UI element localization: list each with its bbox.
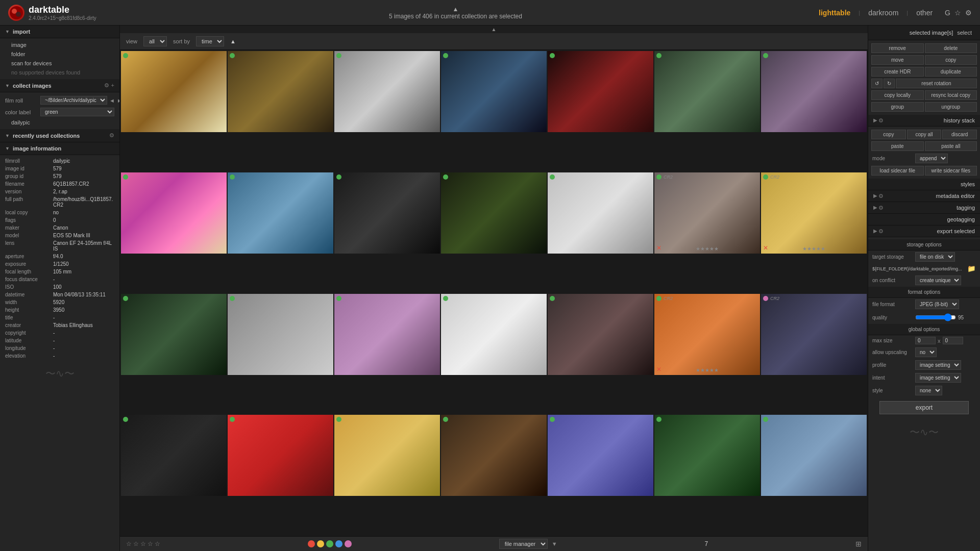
star-icon[interactable]: ☆ [954, 9, 961, 17]
ungroup-button[interactable]: ungroup [925, 102, 977, 112]
thumbnail-18[interactable] [441, 294, 547, 375]
recently-settings-icon[interactable]: ⚙ [109, 132, 114, 139]
view-select[interactable]: all [143, 36, 167, 46]
copy-button[interactable]: copy [925, 55, 977, 65]
style-select[interactable]: none [915, 386, 942, 395]
write-sidecar-button[interactable]: write sidecar files [925, 166, 977, 176]
intent-select[interactable]: image settings [915, 373, 961, 383]
star-4[interactable]: ☆ [148, 540, 153, 547]
folder-button[interactable]: 📁 [967, 265, 976, 272]
history-section-header[interactable]: ▶ ⚙ history stack [868, 115, 980, 127]
tagging-section-header[interactable]: ▶ ⚙ tagging [868, 202, 980, 214]
thumbnail-7[interactable] [761, 51, 867, 132]
metadata-section-header[interactable]: ▶ ⚙ metadata editor [868, 190, 980, 202]
thumbnail-16[interactable] [228, 294, 333, 375]
tagging-settings-icon[interactable]: ⚙ [878, 205, 884, 211]
thumbnail-17[interactable] [334, 294, 440, 375]
export-section-header[interactable]: ▶ ⚙ export selected [868, 226, 980, 237]
thumbnail-6[interactable] [654, 51, 760, 132]
settings-icon[interactable]: ⚙ [965, 9, 972, 17]
star-2[interactable]: ☆ [133, 540, 139, 547]
thumbnail-21[interactable]: CR2 [761, 294, 867, 375]
view-mode-select[interactable]: file manager [499, 539, 548, 549]
move-button[interactable]: move [871, 55, 924, 65]
thumbnail-25[interactable] [441, 415, 547, 496]
tab-lighttable[interactable]: lighttable [815, 7, 854, 19]
thumbnail-14[interactable]: CR2✕★★★★★ [761, 172, 867, 254]
thumbnail-13[interactable]: CR2✕★★★★★ [654, 172, 760, 254]
allow-upscaling-select[interactable]: no [915, 347, 937, 357]
collect-section-header[interactable]: ▼ collect images ⚙ + [0, 79, 119, 92]
duplicate-button[interactable]: duplicate [925, 67, 977, 77]
history-discard-button[interactable]: discard [942, 130, 977, 139]
resync-local-copy-button[interactable]: resync local copy [925, 90, 977, 100]
thumbnail-19[interactable] [548, 294, 653, 375]
quality-slider[interactable] [915, 312, 956, 322]
sort-select[interactable]: time [196, 36, 224, 46]
thumbnail-11[interactable] [441, 172, 547, 254]
thumbnail-9[interactable] [228, 172, 333, 254]
on-conflict-select[interactable]: create unique filename [915, 276, 961, 285]
film-roll-select[interactable]: ~/Bilder/Archiv/dailypic [40, 96, 107, 105]
thumbnail-26[interactable] [548, 415, 653, 496]
rotate-cw-button[interactable]: ↻ [884, 79, 895, 88]
view-mode-expand[interactable]: ▼ [552, 541, 557, 547]
sort-direction[interactable]: ▲ [230, 38, 236, 44]
reset-rotation-button[interactable]: reset rotation [896, 79, 977, 88]
storage-options-header[interactable]: storage options [868, 239, 980, 251]
thumbnail-3[interactable] [334, 51, 440, 132]
global-options-header[interactable]: global options [868, 324, 980, 335]
export-settings-icon[interactable]: ⚙ [878, 228, 884, 235]
star-1[interactable]: ☆ [126, 540, 132, 547]
profile-select[interactable]: image settings [915, 360, 961, 370]
group-button[interactable]: group [871, 102, 924, 112]
top-collapse-bar[interactable]: ▲ [120, 26, 868, 33]
thumbnail-10[interactable] [334, 172, 440, 254]
mode-select[interactable]: append [915, 154, 948, 163]
format-options-header[interactable]: format options [868, 287, 980, 298]
create-hdr-button[interactable]: create HDR [871, 67, 924, 77]
select-button[interactable]: select [953, 28, 976, 38]
collect-settings-icon[interactable]: ⚙ [104, 82, 109, 89]
thumbnail-20[interactable]: CR2✕★★★★★ [654, 294, 760, 375]
target-storage-select[interactable]: file on disk [915, 252, 955, 262]
load-sidecar-button[interactable]: load sidecar file [871, 166, 924, 176]
color-green[interactable] [326, 540, 333, 547]
thumbnail-23[interactable] [228, 415, 333, 496]
layout-button[interactable]: ⊞ [855, 540, 862, 548]
color-yellow[interactable] [317, 540, 324, 547]
color-blue[interactable] [335, 540, 342, 547]
history-copy-button[interactable]: copy [871, 130, 906, 139]
recently-section-header[interactable]: ▼ recently used collections ⚙ [0, 129, 119, 142]
delete-button[interactable]: delete [925, 43, 977, 53]
rotate-ccw-button[interactable]: ↺ [871, 79, 883, 88]
remove-button[interactable]: remove [871, 43, 924, 53]
color-red[interactable] [308, 540, 315, 547]
geotagging-section-header[interactable]: geotagging [868, 214, 980, 226]
styles-section-header[interactable]: styles [868, 179, 980, 190]
thumbnail-5[interactable] [548, 51, 653, 132]
thumbnail-4[interactable] [441, 51, 547, 132]
import-section-header[interactable]: ▼ import [0, 26, 119, 38]
max-size-width[interactable] [915, 337, 936, 344]
history-paste-all-button[interactable]: paste all [925, 141, 977, 151]
thumbnail-24[interactable] [334, 415, 440, 496]
film-roll-nav-left[interactable]: ◄ [109, 97, 115, 104]
thumbnail-27[interactable] [654, 415, 760, 496]
thumbnail-22[interactable] [121, 415, 227, 496]
tab-other[interactable]: other [912, 7, 937, 19]
thumbnail-1[interactable] [121, 51, 227, 132]
import-image[interactable]: image [0, 40, 119, 49]
thumbnail-8[interactable] [121, 172, 227, 254]
google-icon[interactable]: G [945, 9, 950, 17]
color-label-select[interactable]: green [40, 108, 114, 116]
scan-for-devices[interactable]: scan for devices [0, 59, 119, 68]
copy-locally-button[interactable]: copy locally [871, 90, 924, 100]
file-format-select[interactable]: JPEG (8-bit) [915, 299, 959, 309]
max-size-height[interactable] [943, 337, 963, 344]
metadata-settings-icon[interactable]: ⚙ [878, 193, 884, 199]
image-info-section-header[interactable]: ▼ image information [0, 142, 119, 155]
star-3[interactable]: ☆ [140, 540, 146, 547]
thumbnail-2[interactable] [228, 51, 333, 132]
collection-name[interactable]: dailypic [0, 118, 119, 127]
